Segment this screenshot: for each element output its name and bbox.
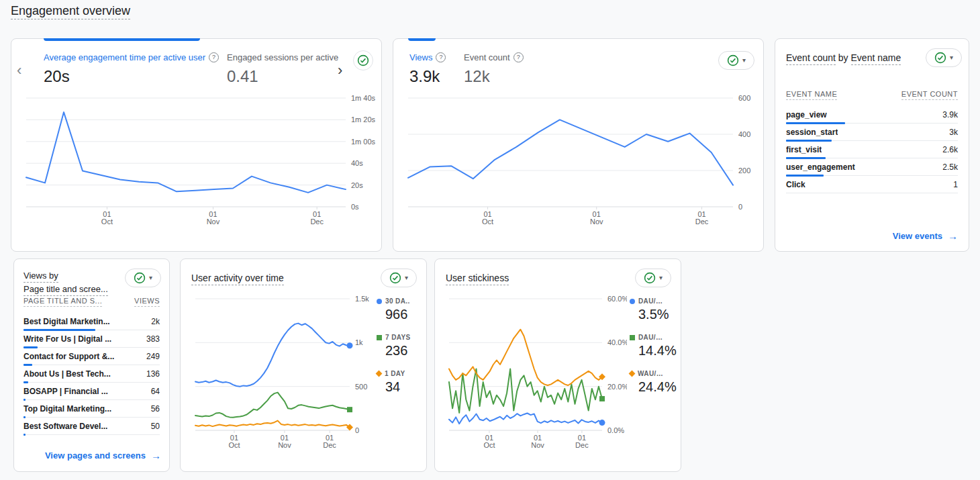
card-title-join: by	[838, 52, 848, 63]
card-title-line1[interactable]: Views by	[23, 271, 58, 283]
caret-down-icon: ▾	[659, 275, 663, 281]
table-row[interactable]: Contact for Support &...249	[23, 348, 160, 365]
metric-label-text: Engaged sessions per active us	[227, 52, 340, 62]
table-row[interactable]: first_visit2.6k	[786, 141, 958, 158]
row-value: 3k	[949, 128, 958, 137]
card-title-line2[interactable]: Page title and scree...	[23, 284, 108, 296]
active-tab-indicator	[408, 38, 436, 41]
svg-text:Nov: Nov	[590, 218, 603, 226]
row-value: 1	[953, 180, 958, 189]
chart-legend: 30 DA..9667 DAYS2361 DAY34	[377, 297, 411, 406]
metric-tab-engaged-sessions[interactable]: Engaged sessions per active us 0.41	[227, 52, 340, 86]
metric-tab-avg-engagement-time[interactable]: Average engagement time per active user …	[44, 52, 219, 86]
svg-text:Dec: Dec	[695, 218, 709, 226]
view-events-link[interactable]: View events →	[893, 230, 958, 242]
svg-text:1.5k: 1.5k	[355, 295, 369, 303]
row-label: first_visit	[786, 145, 822, 154]
legend-value: 3.5%	[630, 307, 677, 322]
comparison-check-button[interactable]	[353, 50, 373, 70]
row-value: 3.9k	[942, 110, 958, 119]
comparison-dropdown-button[interactable]: ▾	[125, 269, 161, 287]
table-row[interactable]: Click1	[786, 176, 958, 193]
row-label: About Us | Best Tech...	[23, 369, 111, 379]
table-row[interactable]: BOSAPP | Financial ...64	[23, 383, 160, 400]
help-icon[interactable]: ?	[209, 52, 219, 62]
check-circle-icon	[357, 54, 369, 66]
caret-down-icon: ▾	[950, 54, 953, 61]
table-row[interactable]: session_start3k	[786, 124, 958, 141]
card-title-metric[interactable]: Event count	[786, 52, 836, 65]
row-value: 136	[146, 369, 160, 379]
user-stickiness-chart: 0.0%20.0%40.0%60.0%01Oct01Nov01Dec	[446, 291, 627, 449]
svg-text:400: 400	[738, 130, 750, 138]
row-label: Best Digital Marketin...	[23, 317, 110, 326]
svg-text:Nov: Nov	[531, 441, 544, 449]
legend-value: 966	[377, 307, 411, 322]
legend-label: DAU/…	[630, 297, 677, 305]
svg-text:20s: 20s	[351, 181, 363, 189]
card-views: Views ? 3.9k Event count ? 12k ▾ 0200400…	[393, 38, 764, 252]
carousel-prev-button[interactable]: ‹	[17, 63, 21, 78]
metric-tab-views[interactable]: Views ? 3.9k	[409, 52, 446, 86]
comparison-dropdown-button[interactable]: ▾	[718, 51, 754, 70]
svg-text:Oct: Oct	[483, 441, 495, 449]
diamond-marker-icon	[376, 371, 383, 377]
card-user-activity-over-time: User activity over time ▾ 05001k1.5k01Oc…	[180, 258, 427, 472]
comparison-dropdown-button[interactable]: ▾	[926, 48, 962, 67]
card-title-text[interactable]: User activity over time	[191, 273, 284, 285]
legend-entry[interactable]: DAU/…14.4%	[630, 334, 677, 358]
svg-text:1m 20s: 1m 20s	[351, 115, 376, 124]
column-header-event-name[interactable]: EVENT NAME	[786, 90, 837, 100]
legend-entry[interactable]: 1 DAY34	[377, 370, 411, 395]
circle-marker-icon	[630, 299, 635, 304]
row-value: 383	[146, 334, 160, 344]
comparison-dropdown-button[interactable]: ▾	[635, 269, 671, 287]
row-label: Click	[786, 180, 805, 189]
legend-label: WAU/…	[630, 370, 677, 377]
table-row[interactable]: Write For Us | Digital ...383	[23, 330, 160, 348]
svg-text:1m 00s: 1m 00s	[351, 138, 376, 146]
view-pages-and-screens-link[interactable]: View pages and screens →	[45, 450, 161, 461]
table-row[interactable]: Top Digital Marketing...56	[23, 400, 160, 418]
svg-text:Oct: Oct	[482, 218, 493, 226]
legend-label: 30 DA..	[377, 297, 411, 305]
svg-text:60.0%: 60.0%	[607, 295, 627, 303]
comparison-dropdown-button[interactable]: ▾	[381, 269, 417, 287]
metric-tab-event-count[interactable]: Event count ? 12k	[464, 52, 524, 86]
svg-text:1m 40s: 1m 40s	[351, 94, 376, 102]
metric-value: 0.41	[227, 67, 340, 86]
card-title-text[interactable]: User stickiness	[446, 273, 509, 285]
legend-entry[interactable]: DAU/…3.5%	[630, 297, 677, 322]
column-header-event-count[interactable]: EVENT COUNT	[901, 90, 958, 100]
metric-value: 12k	[464, 67, 524, 86]
help-icon[interactable]: ?	[436, 52, 446, 62]
column-header-page-title[interactable]: PAGE TITLE AND S...	[23, 297, 102, 307]
caret-down-icon: ▾	[742, 57, 746, 64]
svg-text:Dec: Dec	[310, 218, 324, 226]
table-row[interactable]: About Us | Best Tech...136	[23, 365, 160, 383]
row-label: Write For Us | Digital ...	[23, 334, 111, 344]
legend-entry[interactable]: 30 DA..966	[377, 297, 411, 322]
page-title: Engagement overview	[11, 4, 130, 18]
table-row[interactable]: Best Digital Marketin...2k	[23, 313, 160, 330]
chart-legend: DAU/…3.5%DAU/…14.4%WAU/…24.4%	[630, 297, 677, 406]
column-header-views[interactable]: VIEWS	[134, 297, 160, 307]
row-label: BOSAPP | Financial ...	[23, 387, 108, 396]
svg-text:500: 500	[355, 383, 367, 391]
legend-entry[interactable]: 7 DAYS236	[377, 334, 411, 358]
table-header: EVENT NAME EVENT COUNT	[786, 90, 958, 106]
help-icon[interactable]: ?	[513, 52, 524, 62]
table-row[interactable]: Best Software Devel...50	[23, 418, 160, 435]
table-row[interactable]: user_engagement2.5k	[786, 158, 958, 176]
card-title-dimension[interactable]: Event name	[851, 52, 901, 65]
carousel-next-button[interactable]: ›	[338, 63, 342, 78]
svg-text:Dec: Dec	[323, 441, 336, 449]
table-row[interactable]: page_view3.9k	[786, 106, 958, 124]
row-value: 56	[151, 404, 160, 414]
legend-label-text: 30 DA..	[385, 297, 410, 305]
metric-value: 20s	[44, 67, 219, 86]
legend-entry[interactable]: WAU/…24.4%	[630, 370, 677, 395]
row-value: 64	[151, 387, 160, 396]
svg-text:20.0%: 20.0%	[607, 383, 627, 391]
svg-text:Nov: Nov	[207, 218, 220, 226]
